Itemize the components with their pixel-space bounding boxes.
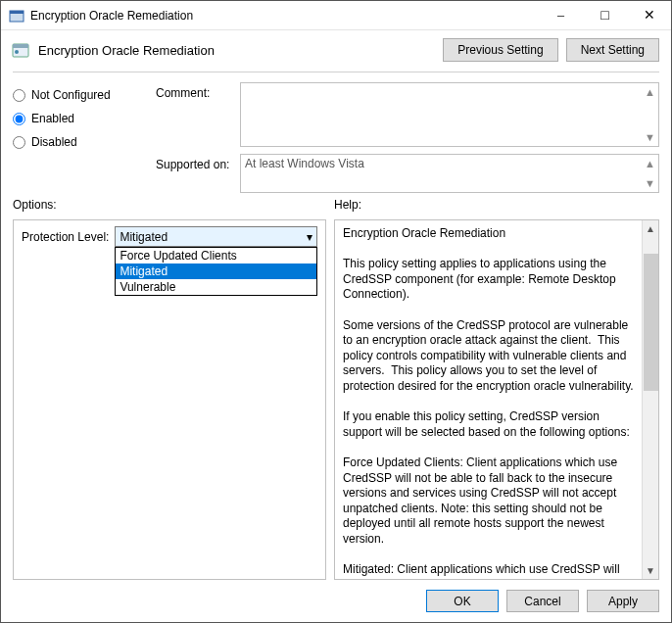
svg-point-4: [15, 50, 19, 54]
policy-icon: [11, 40, 30, 60]
comment-textarea[interactable]: [240, 82, 659, 147]
protection-row: Protection Level: Mitigated ▾ Force Upda…: [22, 226, 317, 247]
config-grid: Not Configured Enabled Disabled Comment:…: [1, 76, 671, 198]
help-label: Help:: [334, 198, 361, 212]
scroll-up-icon[interactable]: ▲: [646, 220, 655, 237]
options-label: Options:: [13, 198, 326, 212]
page-title: Encryption Oracle Remediation: [38, 43, 435, 58]
chevron-down-icon: ▾: [307, 230, 312, 244]
help-pane: Encryption Oracle Remediation This polic…: [334, 219, 659, 580]
window-root: Encryption Oracle Remediation – □ ✕ Encr…: [0, 0, 672, 623]
state-radio-group: Not Configured Enabled Disabled: [13, 82, 150, 149]
svg-rect-1: [10, 11, 24, 14]
protection-combo-list: Force Updated Clients Mitigated Vulnerab…: [115, 247, 317, 296]
scroll-down-icon[interactable]: ▼: [646, 562, 655, 579]
previous-setting-button[interactable]: Previous Setting: [443, 38, 557, 62]
split-body: Protection Level: Mitigated ▾ Force Upda…: [13, 219, 659, 580]
comment-wrap: ▲ ▼: [240, 82, 659, 150]
scrollbar-thumb[interactable]: [644, 254, 658, 391]
supported-wrap: At least Windows Vista ▲ ▼: [240, 154, 659, 196]
apply-button[interactable]: Apply: [587, 590, 659, 612]
radio-enabled-label: Enabled: [31, 112, 74, 125]
svg-rect-3: [13, 44, 28, 48]
protection-combo[interactable]: Mitigated ▾ Force Updated Clients Mitiga…: [115, 226, 317, 247]
help-text: Encryption Oracle Remediation This polic…: [335, 220, 642, 579]
help-scrollbar[interactable]: ▲ ▼: [642, 220, 658, 579]
cancel-button[interactable]: Cancel: [506, 590, 579, 612]
radio-disabled-label: Disabled: [31, 135, 77, 149]
radio-not-configured-input[interactable]: [13, 89, 25, 102]
radio-enabled-input[interactable]: [13, 113, 25, 125]
close-button[interactable]: ✕: [627, 1, 671, 29]
radio-disabled-input[interactable]: [13, 136, 25, 149]
minimize-button[interactable]: –: [539, 1, 583, 29]
supported-textarea: At least Windows Vista: [240, 154, 659, 193]
app-icon: [9, 8, 24, 24]
separator: [13, 72, 659, 72]
split-headers: Options: Help:: [13, 198, 659, 212]
header-row: Encryption Oracle Remediation Previous S…: [1, 30, 671, 66]
titlebar: Encryption Oracle Remediation – □ ✕: [1, 1, 671, 30]
split-container: Options: Help: Protection Level: Mitigat…: [1, 198, 671, 580]
options-pane: Protection Level: Mitigated ▾ Force Upda…: [13, 219, 326, 580]
comment-label: Comment:: [156, 82, 234, 100]
maximize-button[interactable]: □: [583, 1, 627, 29]
radio-not-configured-label: Not Configured: [31, 88, 111, 102]
protection-option-vulnerable[interactable]: Vulnerable: [116, 279, 316, 295]
protection-option-force[interactable]: Force Updated Clients: [116, 248, 316, 264]
window-title: Encryption Oracle Remediation: [30, 9, 539, 23]
ok-button[interactable]: OK: [426, 590, 499, 612]
protection-combo-display[interactable]: Mitigated ▾: [115, 226, 317, 247]
footer: OK Cancel Apply: [1, 580, 671, 622]
window-controls: – □ ✕: [539, 1, 671, 29]
next-setting-button[interactable]: Next Setting: [566, 38, 659, 62]
protection-option-mitigated[interactable]: Mitigated: [116, 264, 316, 279]
protection-selected-value: Mitigated: [120, 230, 168, 244]
radio-not-configured[interactable]: Not Configured: [13, 88, 150, 102]
radio-enabled[interactable]: Enabled: [13, 112, 150, 125]
protection-label: Protection Level:: [22, 230, 109, 244]
supported-label: Supported on:: [156, 154, 234, 171]
radio-disabled[interactable]: Disabled: [13, 135, 150, 149]
